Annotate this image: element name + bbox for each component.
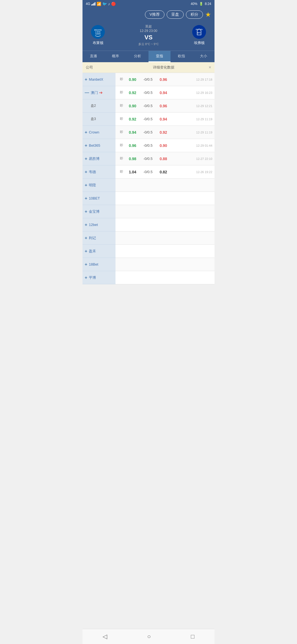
cell-spread-0: -0/0.5	[140, 77, 156, 81]
data-row-empty-15	[116, 271, 215, 284]
data-row-empty-11	[116, 218, 215, 231]
company-bet365[interactable]: + Bet365	[82, 139, 116, 152]
collapse-icon-macau: —	[85, 90, 89, 95]
cell-time-3: 12-29 11:19	[170, 118, 212, 121]
company-macau[interactable]: — 澳门 ➔	[82, 86, 116, 99]
company-name-jinbaibo: 金宝博	[89, 209, 100, 214]
company-name-pan3: 盘3	[91, 117, 96, 121]
expand-icon-yinghe: +	[85, 249, 87, 254]
data-row-1: 即 0.92 -0/0.5 0.94 12-29 16:23	[116, 86, 215, 99]
signal-bar-4	[95, 2, 95, 6]
company-name-12bet: 12bet	[89, 223, 98, 227]
expand-icon-bet365: +	[85, 143, 87, 148]
signal-bar-3	[94, 3, 94, 6]
team-right: EVERTON EFC 埃弗顿	[188, 25, 210, 45]
tab-asia-index[interactable]: 亚指	[148, 51, 170, 62]
cell-spread-3: -0/0.5	[140, 117, 156, 121]
company-liji[interactable]: + 利记	[82, 231, 116, 245]
cell-ji-0: 即	[118, 77, 125, 82]
wifi-icon: 📶	[97, 2, 101, 6]
data-row-empty-14	[116, 258, 215, 271]
expand-icon-manbetx: +	[85, 77, 87, 82]
company-pan3[interactable]: 盘3	[82, 113, 116, 126]
data-row-7: 即 1.04 -0/0.5 0.82 12-26 19:22	[116, 165, 215, 179]
cell-spread-1: -0/0.5	[140, 91, 156, 95]
status-left: 4G 📶 🐦 ♪ 🔴	[86, 2, 116, 6]
company-weide[interactable]: + 韦德	[82, 165, 116, 179]
match-center: 英超 12-29 23:00 VS 多云 8°C ~ 9°C	[109, 24, 188, 46]
company-12bet[interactable]: + 12bet	[82, 218, 116, 231]
company-name-10bet: 10BET	[89, 196, 100, 200]
star-button[interactable]: ★	[205, 11, 211, 18]
data-row-3: 即 0.92 -0/0.5 0.94 12-29 11:19	[116, 113, 215, 126]
brighton-logo-svg: BRIGHTON & HOVE ALBION	[91, 25, 105, 39]
cell-ji-3: 即	[118, 117, 125, 121]
th-detail: 详细变化数据	[119, 65, 209, 70]
time-label: 8:24	[205, 2, 211, 6]
signal-bar-2	[92, 4, 93, 6]
company-18bet[interactable]: + 18Bet	[82, 258, 116, 271]
company-mingsheng[interactable]: + 明陞	[82, 179, 116, 192]
match-vs: VS	[109, 34, 188, 41]
company-pingbo[interactable]: + 平博	[82, 271, 116, 284]
tab-size[interactable]: 大小	[193, 51, 215, 62]
th-company: 公司	[86, 65, 119, 70]
cell-odds1-7: 1.04	[125, 170, 140, 174]
company-name-pan2: 盘2	[91, 103, 96, 108]
expand-icon-yishengbo: +	[85, 156, 87, 161]
app-icon-3: 🔴	[111, 2, 116, 6]
cell-time-2: 12-29 12:21	[170, 104, 212, 108]
company-yinghe[interactable]: + 盈禾	[82, 245, 116, 258]
tab-euro-index[interactable]: 欧指	[170, 51, 193, 62]
cell-time-1: 12-29 16:23	[170, 91, 212, 94]
expand-icon-weide: +	[85, 170, 87, 174]
company-yishengbo[interactable]: + 易胜博	[82, 152, 116, 165]
cell-odds1-5: 0.96	[125, 143, 140, 148]
data-row-empty-9	[116, 192, 215, 205]
tab-live[interactable]: 直播	[82, 51, 105, 62]
expand-icon-12bet: +	[85, 222, 87, 227]
company-manbetx[interactable]: + ManbetX	[82, 73, 116, 86]
cell-spread-7: -0/0.5	[140, 170, 156, 174]
cell-ji-2: 即	[118, 103, 125, 108]
company-name-liji: 利记	[89, 236, 96, 241]
company-10bet[interactable]: + 10BET	[82, 192, 116, 205]
cell-odds2-1: 0.94	[156, 91, 170, 95]
svg-text:EFC: EFC	[197, 32, 201, 34]
company-name-yishengbo: 易胜博	[89, 156, 100, 161]
company-jinbaibo[interactable]: + 金宝博	[82, 205, 116, 218]
cell-time-5: 12-29 01:44	[170, 144, 212, 147]
tab-probability[interactable]: 概率	[105, 51, 127, 62]
left-column: + ManbetX — 澳门 ➔ 盘2 盘3 + Crown + Bet365	[82, 73, 116, 284]
expand-icon-crown: +	[85, 130, 87, 135]
cell-ji-1: 即	[118, 90, 125, 95]
score-button[interactable]: 积分	[186, 10, 203, 19]
data-row-0: 即 0.90 -0/0.5 0.96 12-29 17:18	[116, 73, 215, 86]
svg-text:ALBION: ALBION	[95, 33, 101, 35]
match-league: 英超	[109, 24, 188, 29]
app-icon-2: ♪	[108, 2, 110, 6]
signal-bars	[91, 2, 95, 6]
cell-spread-2: -0/0.5	[140, 104, 156, 108]
expand-icon-jinbaibo: +	[85, 209, 87, 214]
arrow-icon-macau: ➔	[99, 90, 103, 95]
cell-odds2-5: 0.90	[156, 143, 170, 148]
cell-spread-4: -0/0.5	[140, 130, 156, 134]
company-crown[interactable]: + Crown	[82, 126, 116, 139]
cell-time-4: 12-29 11:19	[170, 131, 212, 134]
team-logo-everton: EVERTON EFC	[192, 25, 206, 39]
company-pan2[interactable]: 盘2	[82, 99, 116, 113]
cell-ji-5: 即	[118, 143, 125, 148]
cell-odds2-2: 0.96	[156, 104, 170, 108]
asia-odds-button[interactable]: 亚盘	[167, 10, 184, 19]
data-row-empty-8	[116, 179, 215, 192]
company-name-pingbo: 平博	[89, 275, 96, 280]
expand-icon-pingbo: +	[85, 275, 87, 280]
company-name-18bet: 18Bet	[89, 262, 98, 266]
expand-icon-mingsheng: +	[85, 183, 87, 188]
tab-analysis[interactable]: 分析	[127, 51, 148, 62]
match-header: BRIGHTON & HOVE ALBION 布莱顿 英超 12-29 23:0…	[82, 21, 215, 51]
close-button[interactable]: ×	[209, 65, 211, 70]
v-recommend-button[interactable]: V推荐	[145, 10, 164, 19]
data-row-empty-13	[116, 245, 215, 258]
